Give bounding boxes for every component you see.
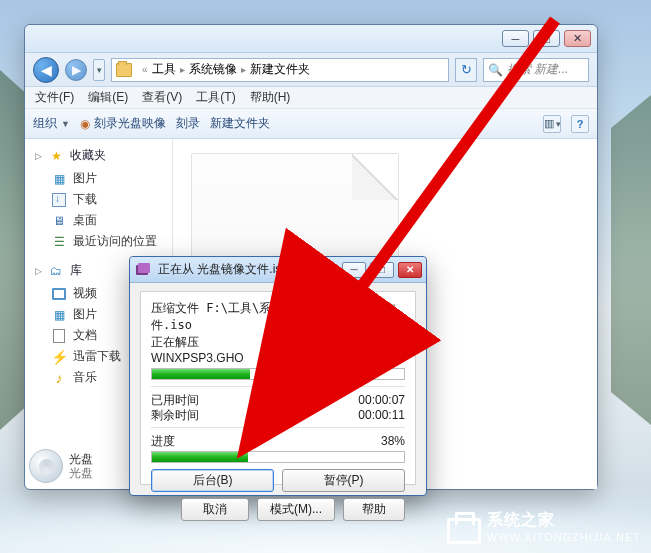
watermark-logo-icon xyxy=(445,512,479,542)
breadcrumb-sep: « xyxy=(142,64,148,75)
pictures-icon: ▦ xyxy=(51,171,67,187)
progress-label: 进度 xyxy=(151,434,175,449)
elapsed-value: 00:00:07 xyxy=(358,393,405,408)
watermark: 系统之家 WWW.XITONGZHIJIA.NET xyxy=(445,510,641,543)
nav-forward-button[interactable]: ▶ xyxy=(65,59,87,81)
menu-help[interactable]: 帮助(H) xyxy=(250,89,291,106)
menu-view[interactable]: 查看(V) xyxy=(142,89,182,106)
desktop-icon: 🖥 xyxy=(51,213,67,229)
sidebar-item-recent[interactable]: ☰最近访问的位置 xyxy=(35,231,170,252)
new-folder-button[interactable]: 新建文件夹 xyxy=(210,115,270,132)
sidebar-item-downloads[interactable]: 下载 xyxy=(35,189,170,210)
pause-button[interactable]: 暂停(P) xyxy=(282,469,405,492)
view-options-button[interactable]: ▥▾ xyxy=(543,115,561,133)
toolbar: 组织▼ ◉ 刻录光盘映像 刻录 新建文件夹 ▥▾ ? xyxy=(25,109,597,139)
window-titlebar: ─ □ ✕ xyxy=(25,25,597,53)
star-icon: ★ xyxy=(48,148,64,164)
watermark-name: 系统之家 xyxy=(487,510,641,531)
elapsed-label: 已用时间 xyxy=(151,393,199,408)
dialog-close-button[interactable]: ✕ xyxy=(398,262,422,278)
menu-edit[interactable]: 编辑(E) xyxy=(88,89,128,106)
burn-image-button[interactable]: ◉ 刻录光盘映像 xyxy=(80,115,166,132)
cancel-button[interactable]: 取消 xyxy=(181,498,249,521)
address-bar-row: ◀ ▶ ▾ « 工具 ▸ 系统镜像 ▸ 新建文件夹 ↻ 🔍 搜索 新建... xyxy=(25,53,597,87)
help-icon-button[interactable]: ? xyxy=(571,115,589,133)
organize-button[interactable]: 组织▼ xyxy=(33,115,70,132)
disclosure-icon: ▷ xyxy=(35,266,42,276)
background-button[interactable]: 后台(B) xyxy=(151,469,274,492)
dialog-title: 正在从 光盘镜像文件.iso 中提取 xyxy=(158,261,327,278)
breadcrumb-segment[interactable]: 工具 xyxy=(152,61,176,78)
extracting-label: 正在解压 xyxy=(151,334,405,351)
chevron-down-icon: ▼ xyxy=(61,119,70,129)
xunlei-icon: ⚡ xyxy=(51,349,67,365)
search-icon: 🔍 xyxy=(488,63,503,77)
mode-button[interactable]: 模式(M)... xyxy=(257,498,335,521)
current-file-percent: 39% xyxy=(381,351,405,366)
menu-bar: 文件(F) 编辑(E) 查看(V) 工具(T) 帮助(H) xyxy=(25,87,597,109)
breadcrumb-segment[interactable]: 系统镜像 xyxy=(189,61,237,78)
burn-button[interactable]: 刻录 xyxy=(176,115,200,132)
total-progress-bar xyxy=(151,451,405,463)
search-box[interactable]: 🔍 搜索 新建... xyxy=(483,58,589,82)
pictures-icon: ▦ xyxy=(51,307,67,323)
downloads-icon xyxy=(51,192,67,208)
file-progress-bar xyxy=(151,368,405,380)
address-bar[interactable]: « 工具 ▸ 系统镜像 ▸ 新建文件夹 xyxy=(111,58,449,82)
music-icon: ♪ xyxy=(51,370,67,386)
dialog-minimize-button[interactable]: ─ xyxy=(342,262,366,278)
current-file-name: WINXPSP3.GHO xyxy=(151,351,244,366)
sidebar-item-desktop[interactable]: 🖥桌面 xyxy=(35,210,170,231)
nav-history-dropdown[interactable]: ▾ xyxy=(93,59,105,81)
maximize-button[interactable]: □ xyxy=(533,30,560,47)
disc-icon: ◉ xyxy=(80,117,90,131)
search-placeholder: 搜索 新建... xyxy=(507,61,568,78)
library-icon: 🗂 xyxy=(48,263,64,279)
breadcrumb-segment[interactable]: 新建文件夹 xyxy=(250,61,310,78)
disclosure-icon: ▷ xyxy=(35,151,42,161)
videos-icon xyxy=(51,286,67,302)
refresh-button[interactable]: ↻ xyxy=(455,58,477,82)
remaining-value: 00:00:11 xyxy=(358,408,405,423)
selected-file-name: 光盘 xyxy=(69,452,93,466)
recent-icon: ☰ xyxy=(51,234,67,250)
minimize-button[interactable]: ─ xyxy=(502,30,529,47)
winrar-icon xyxy=(136,263,152,277)
folder-icon xyxy=(116,63,132,77)
dialog-titlebar: 正在从 光盘镜像文件.iso 中提取 ─ □ ✕ xyxy=(130,257,426,283)
menu-file[interactable]: 文件(F) xyxy=(35,89,74,106)
extraction-dialog: 正在从 光盘镜像文件.iso 中提取 ─ □ ✕ 压缩文件 F:\工具\系统镜像… xyxy=(129,256,427,496)
close-button[interactable]: ✕ xyxy=(564,30,591,47)
nav-back-button[interactable]: ◀ xyxy=(33,57,59,83)
selected-file-type: 光盘 xyxy=(69,466,93,480)
dialog-maximize-button[interactable]: □ xyxy=(370,262,394,278)
breadcrumb-sep: ▸ xyxy=(241,64,246,75)
favorites-header[interactable]: ▷ ★ 收藏夹 xyxy=(35,147,170,164)
remaining-label: 剩余时间 xyxy=(151,408,199,423)
progress-percent: 38% xyxy=(381,434,405,449)
sidebar-item-pictures[interactable]: ▦图片 xyxy=(35,168,170,189)
documents-icon xyxy=(51,328,67,344)
breadcrumb-sep: ▸ xyxy=(180,64,185,75)
selected-file-summary: 光盘 光盘 xyxy=(29,449,93,483)
watermark-url: WWW.XITONGZHIJIA.NET xyxy=(487,531,641,543)
archive-path: 压缩文件 F:\工具\系统镜像...\光盘镜像文件.iso xyxy=(151,300,405,334)
help-button[interactable]: 帮助 xyxy=(343,498,405,521)
menu-tools[interactable]: 工具(T) xyxy=(196,89,235,106)
disc-image-icon xyxy=(29,449,63,483)
